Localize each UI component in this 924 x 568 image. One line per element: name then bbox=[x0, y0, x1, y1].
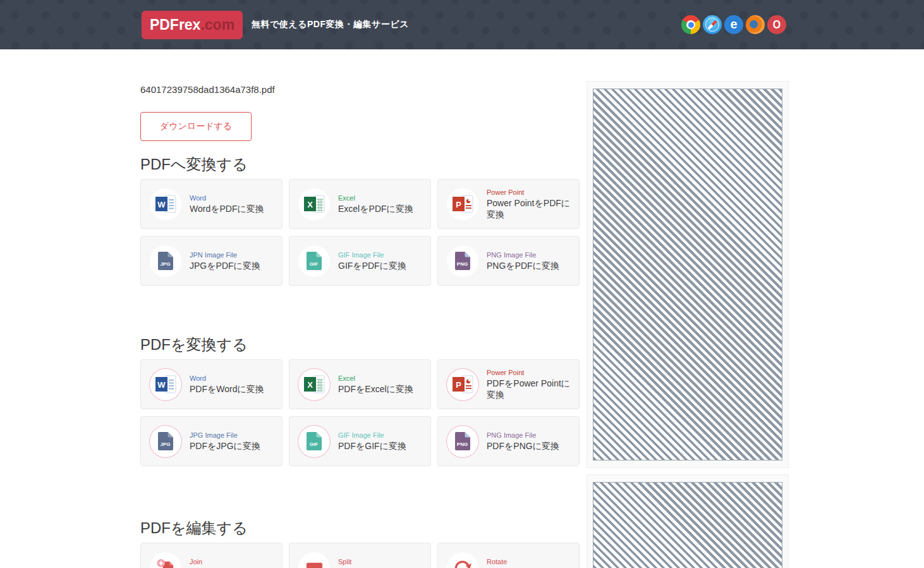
ppt-icon: P bbox=[447, 188, 478, 220]
card-png[interactable]: PNGPNG Image FilePNGをPDFに変換 bbox=[437, 236, 580, 286]
excel-icon: X bbox=[298, 188, 330, 220]
browser-icons: e O bbox=[681, 15, 786, 34]
split-icon bbox=[298, 552, 330, 568]
logo-text: PDFrex bbox=[150, 16, 201, 34]
card-excel[interactable]: XExcelExcelをPDFに変換 bbox=[289, 179, 431, 229]
chrome-icon bbox=[681, 15, 700, 34]
png-icon: PNG bbox=[447, 245, 478, 277]
card-title: PDFをGIFに変換 bbox=[338, 440, 406, 452]
card-title: PDFをPower Pointに変換 bbox=[487, 378, 573, 400]
ie-glyph: e bbox=[730, 17, 737, 32]
svg-text:X: X bbox=[307, 200, 313, 209]
card-excel[interactable]: XExcelPDFをExcelに変換 bbox=[289, 359, 431, 409]
card-ppt[interactable]: PPower PointPDFをPower Pointに変換 bbox=[437, 359, 580, 409]
card-label: Split bbox=[338, 557, 351, 567]
join-icon: PDF bbox=[150, 552, 181, 568]
card-label: Power Point bbox=[487, 368, 573, 378]
jpg-icon: JPG bbox=[150, 426, 181, 457]
jpg-icon: JPG bbox=[150, 245, 181, 277]
svg-text:W: W bbox=[157, 380, 166, 390]
card-label: Excel bbox=[338, 194, 413, 203]
card-label: JPG Image File bbox=[190, 431, 260, 440]
card-label: Rotate bbox=[487, 557, 507, 567]
card-gif[interactable]: GIFGIF Image FilePDFをGIFに変換 bbox=[289, 416, 431, 466]
card-title: PDFをJPGに変換 bbox=[190, 440, 260, 452]
card-jpg[interactable]: JPGJPN Image FileJPGをPDFに変換 bbox=[140, 236, 283, 286]
word-icon: W bbox=[150, 369, 181, 400]
svg-text:GIF: GIF bbox=[310, 261, 318, 267]
card-label: Word bbox=[190, 194, 264, 203]
section-convert-from-pdf: PDFを変換する WWordPDFをWordに変換XExcelPDFをExcel… bbox=[140, 335, 580, 466]
card-title: PNGをPDFに変換 bbox=[487, 260, 559, 271]
safari-icon bbox=[703, 15, 722, 34]
card-png[interactable]: PNGPNG Image FilePDFをPNGに変換 bbox=[437, 416, 580, 466]
sidebar-ad-panel-top bbox=[587, 81, 789, 468]
ad-placeholder bbox=[593, 482, 782, 568]
ppt-icon: P bbox=[447, 369, 478, 400]
card-label: Power Point bbox=[487, 188, 573, 197]
svg-text:PNG: PNG bbox=[457, 441, 468, 447]
card-rotate[interactable]: Rotate bbox=[437, 543, 580, 568]
opera-glyph: O bbox=[773, 18, 781, 32]
svg-text:PNG: PNG bbox=[457, 261, 468, 267]
card-title: PDFをWordに変換 bbox=[190, 383, 264, 395]
gif-icon: GIF bbox=[298, 426, 330, 457]
card-label: JPN Image File bbox=[190, 250, 260, 260]
card-grid: WWordPDFをWordに変換XExcelPDFをExcelに変換PPower… bbox=[140, 359, 580, 466]
opera-icon: O bbox=[767, 15, 786, 34]
card-label: PNG Image File bbox=[487, 250, 559, 260]
card-join[interactable]: PDFJoin bbox=[140, 543, 283, 568]
svg-text:P: P bbox=[456, 200, 461, 209]
card-grid: PDFJoinSplitRotate bbox=[140, 543, 580, 568]
section-edit-pdf: PDFを編集する PDFJoinSplitRotate bbox=[140, 519, 580, 568]
card-title: PDFをPNGに変換 bbox=[487, 440, 559, 452]
svg-text:JPG: JPG bbox=[160, 261, 170, 267]
ad-placeholder bbox=[593, 89, 782, 460]
logo-tld: .com bbox=[200, 16, 234, 34]
page: PDFrex.com 無料で使えるPDF変換・編集サービス e O 640172… bbox=[0, 0, 924, 568]
card-label: Excel bbox=[338, 374, 413, 383]
section-convert-to-pdf: PDFへ変換する WWordWordをPDFに変換XExcelExcelをPDF… bbox=[140, 155, 580, 286]
svg-text:X: X bbox=[307, 380, 313, 390]
section-title: PDFへ変換する bbox=[140, 155, 580, 174]
card-split[interactable]: Split bbox=[289, 543, 431, 568]
card-label: Word bbox=[190, 374, 264, 383]
card-title: ExcelをPDFに変換 bbox=[338, 203, 413, 214]
excel-icon: X bbox=[298, 369, 330, 400]
svg-text:P: P bbox=[456, 380, 461, 390]
card-label: GIF Image File bbox=[338, 431, 406, 440]
section-title: PDFを編集する bbox=[140, 519, 580, 538]
card-jpg[interactable]: JPGJPG Image FilePDFをJPGに変換 bbox=[140, 416, 283, 466]
card-title: PDFをExcelに変換 bbox=[338, 383, 413, 395]
svg-text:GIF: GIF bbox=[310, 441, 318, 447]
card-word[interactable]: WWordPDFをWordに変換 bbox=[140, 359, 283, 409]
card-label: GIF Image File bbox=[338, 250, 406, 260]
section-title: PDFを変換する bbox=[140, 335, 580, 354]
card-word[interactable]: WWordWordをPDFに変換 bbox=[140, 179, 283, 229]
card-gif[interactable]: GIFGIF Image FileGIFをPDFに変換 bbox=[289, 236, 431, 286]
svg-text:JPG: JPG bbox=[160, 441, 170, 447]
card-title: GIFをPDFに変換 bbox=[338, 260, 406, 271]
card-label: PNG Image File bbox=[487, 431, 559, 440]
card-grid: WWordWordをPDFに変換XExcelExcelをPDFに変換PPower… bbox=[140, 179, 580, 286]
firefox-icon bbox=[746, 15, 765, 34]
rotate-icon bbox=[447, 552, 478, 568]
uploaded-filename: 64017239758dad1364a73f8.pdf bbox=[140, 84, 275, 95]
internet-explorer-icon: e bbox=[724, 15, 743, 34]
sidebar-ad-panel-bottom bbox=[587, 474, 789, 568]
download-button[interactable]: ダウンロードする bbox=[140, 112, 252, 141]
card-ppt[interactable]: PPower PointPower PointをPDFに変換 bbox=[437, 179, 580, 229]
logo[interactable]: PDFrex.com bbox=[142, 11, 243, 39]
site-tagline: 無料で使えるPDF変換・編集サービス bbox=[252, 0, 409, 49]
site-header: PDFrex.com 無料で使えるPDF変換・編集サービス e O bbox=[0, 0, 924, 49]
card-title: Power PointをPDFに変換 bbox=[487, 197, 573, 220]
card-title: WordをPDFに変換 bbox=[190, 203, 264, 214]
card-label: Join bbox=[190, 557, 202, 567]
gif-icon: GIF bbox=[298, 245, 330, 277]
card-title: JPGをPDFに変換 bbox=[190, 260, 260, 271]
word-icon: W bbox=[150, 188, 181, 220]
svg-text:W: W bbox=[157, 200, 166, 209]
png-icon: PNG bbox=[447, 426, 478, 457]
